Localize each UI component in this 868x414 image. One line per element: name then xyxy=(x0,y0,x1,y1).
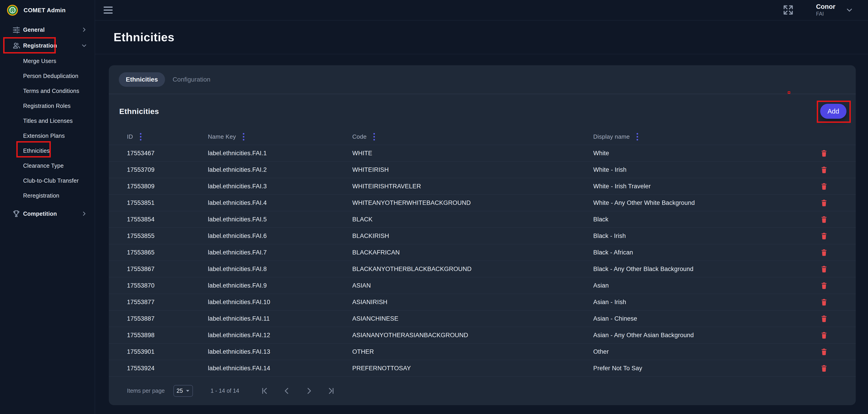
cell-display-name: Prefer Not To Say xyxy=(593,365,817,372)
hamburger-icon[interactable] xyxy=(103,5,113,15)
cell-id: 17553924 xyxy=(127,365,208,372)
trash-icon xyxy=(820,216,828,223)
user-org: FAI xyxy=(816,11,835,17)
table-row: 17553854 label.ethnicities.FAI.5 BLACK B… xyxy=(109,211,856,228)
sidebar-item-titles-and-licenses[interactable]: Titles and Licenses xyxy=(0,113,95,128)
sidebar-item-general[interactable]: General xyxy=(0,22,95,38)
sidebar-item-reregistration[interactable]: Reregistration xyxy=(0,188,95,203)
delete-button[interactable] xyxy=(819,314,829,323)
delete-button[interactable] xyxy=(819,281,829,290)
delete-button[interactable] xyxy=(819,231,829,241)
cell-name-key: label.ethnicities.FAI.12 xyxy=(208,332,352,339)
delete-button[interactable] xyxy=(819,347,829,356)
delete-button[interactable] xyxy=(819,182,829,191)
cell-code: ASIAN xyxy=(352,282,593,289)
delete-button[interactable] xyxy=(819,330,829,340)
column-menu-icon[interactable] xyxy=(372,132,376,141)
last-page-button[interactable] xyxy=(327,386,336,395)
cell-code: BLACK xyxy=(352,216,593,223)
first-page-button[interactable] xyxy=(260,386,269,395)
sidebar-item-extension-plans[interactable]: Extension Plans xyxy=(0,128,95,143)
column-menu-icon[interactable] xyxy=(242,132,245,141)
tab-configuration[interactable]: Configuration xyxy=(173,76,211,83)
table-row: 17553901 label.ethnicities.FAI.13 OTHER … xyxy=(109,344,856,360)
sidebar-item-label: Registration xyxy=(23,42,57,49)
cell-id: 17553854 xyxy=(127,216,208,223)
delete-button[interactable] xyxy=(819,363,829,373)
panel-title: Ethnicities xyxy=(119,107,159,116)
sidebar-item-merge-users[interactable]: Merge Users xyxy=(0,54,95,68)
trash-icon xyxy=(820,282,828,289)
sidebar-item-label: Club-to-Club Transfer xyxy=(23,178,79,184)
cell-id: 17553870 xyxy=(127,282,208,289)
table-row: 17553898 label.ethnicities.FAI.12 ASIANA… xyxy=(109,327,856,344)
sidebar-item-label: Terms and Conditions xyxy=(23,88,79,94)
table-row: 17553851 label.ethnicities.FAI.4 WHITEAN… xyxy=(109,195,856,211)
cell-display-name: Asian - Irish xyxy=(593,299,817,306)
delete-button[interactable] xyxy=(819,297,829,307)
pagination: Items per page 25 1 - 14 of 14 xyxy=(109,377,856,405)
column-menu-icon[interactable] xyxy=(636,132,639,141)
app-title: COMET Admin xyxy=(24,7,65,14)
trash-icon xyxy=(820,232,828,240)
panel-header: Ethnicities Add xyxy=(109,94,856,128)
trash-icon xyxy=(820,298,828,306)
chevron-right-icon xyxy=(81,27,87,33)
cell-display-name: Asian xyxy=(593,282,817,289)
sidebar-item-label: Reregistration xyxy=(23,192,59,199)
sidebar-item-person-deduplication[interactable]: Person Deduplication xyxy=(0,68,95,84)
column-menu-icon[interactable] xyxy=(139,132,142,141)
next-page-button[interactable] xyxy=(305,386,313,395)
sidebar-item-ethnicities[interactable]: Ethnicities xyxy=(0,143,95,158)
chevron-down-icon xyxy=(81,42,87,49)
cell-name-key: label.ethnicities.FAI.14 xyxy=(208,365,352,372)
add-button[interactable]: Add xyxy=(820,104,846,119)
delete-button[interactable] xyxy=(819,149,829,158)
delete-button[interactable] xyxy=(819,264,829,274)
expand-icon[interactable] xyxy=(782,4,794,16)
sidebar-item-clearance-type[interactable]: Clearance Type xyxy=(0,158,95,173)
trash-icon xyxy=(820,331,828,339)
cell-id: 17553867 xyxy=(127,265,208,273)
cell-display-name: Asian - Any Other Asian Background xyxy=(593,332,817,339)
tab-ethnicities[interactable]: Ethnicities xyxy=(119,72,165,87)
crest-globe-icon xyxy=(7,4,18,16)
sidebar-item-competition[interactable]: Competition xyxy=(0,206,95,222)
cell-display-name: White - Any Other White Background xyxy=(593,199,817,206)
sliders-icon xyxy=(12,26,21,34)
sidebar-item-registration[interactable]: Registration xyxy=(0,38,95,54)
user-name: Conor xyxy=(816,3,835,10)
sidebar-item-registration-roles[interactable]: Registration Roles xyxy=(0,98,95,113)
sidebar-item-label: Registration Roles xyxy=(23,103,71,109)
table-header: ID Name Key Code Display name xyxy=(109,128,856,145)
table-row: 17553870 label.ethnicities.FAI.9 ASIAN A… xyxy=(109,277,856,294)
delete-button[interactable] xyxy=(819,215,829,224)
cell-code: WHITE xyxy=(352,150,593,157)
cell-display-name: White - Irish xyxy=(593,166,817,173)
table-body: 17553467 label.ethnicities.FAI.1 WHITE W… xyxy=(109,145,856,377)
cell-code: BLACKAFRICAN xyxy=(352,249,593,256)
main-area: Conor FAI Ethnicities Ethnicities Config… xyxy=(95,0,868,414)
column-header-name-key: Name Key xyxy=(208,132,352,141)
sidebar-item-club-to-club-transfer[interactable]: Club-to-Club Transfer xyxy=(0,173,95,188)
delete-button[interactable] xyxy=(819,198,829,208)
trash-icon xyxy=(820,364,828,372)
cell-display-name: White - Irish Traveler xyxy=(593,183,817,190)
user-menu[interactable]: Conor FAI xyxy=(816,3,835,17)
table-row: 17553709 label.ethnicities.FAI.2 WHITEIR… xyxy=(109,162,856,178)
previous-page-button[interactable] xyxy=(282,386,291,395)
cell-name-key: label.ethnicities.FAI.7 xyxy=(208,249,352,256)
sidebar-item-label: General xyxy=(23,27,45,33)
cell-code: ASIANANYOTHERASIANBACKGROUND xyxy=(352,332,593,339)
page-title: Ethnicities xyxy=(114,30,174,44)
delete-button[interactable] xyxy=(819,248,829,257)
first-page-icon xyxy=(260,387,269,395)
trophy-icon xyxy=(12,210,21,218)
sidebar-item-terms-and-conditions[interactable]: Terms and Conditions xyxy=(0,84,95,98)
trash-icon xyxy=(820,183,828,190)
chevron-down-icon[interactable] xyxy=(846,6,853,13)
delete-button[interactable] xyxy=(819,165,829,174)
cell-id: 17553877 xyxy=(127,299,208,306)
sidebar-item-label: Ethnicities xyxy=(23,148,50,154)
page-size-select[interactable]: 25 xyxy=(174,385,193,397)
